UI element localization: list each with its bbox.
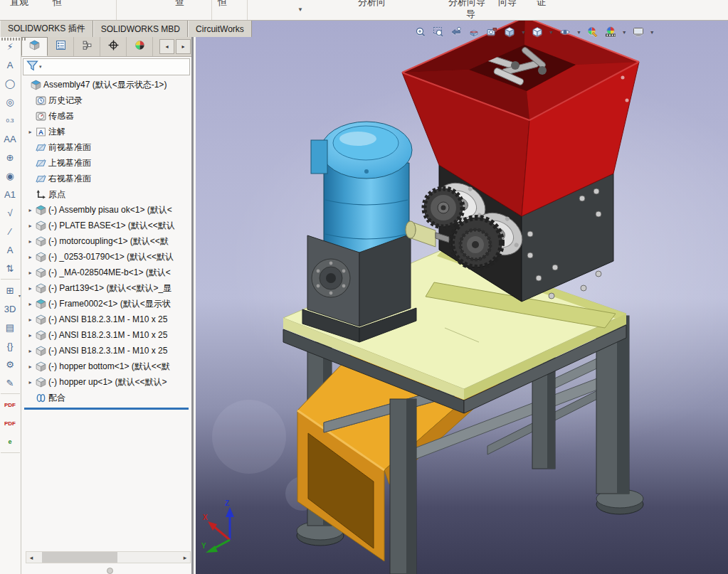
view-orientation-icon[interactable] bbox=[502, 25, 517, 39]
expand-arrow-icon[interactable]: ▸ bbox=[26, 129, 35, 135]
tree-row[interactable]: 配合 bbox=[21, 390, 191, 405]
scrollbar-thumb[interactable] bbox=[42, 552, 117, 563]
section-view-icon[interactable] bbox=[467, 25, 481, 39]
graphics-viewport[interactable]: ▼ ▼ ▼ ▼ ▼ Z X Y bbox=[196, 21, 728, 574]
toolbar-button-label[interactable]: 向导 bbox=[498, 0, 517, 9]
publish-3d-pdf-icon[interactable]: PDF bbox=[0, 395, 20, 414]
flyout-caret[interactable]: ▾ bbox=[19, 293, 21, 298]
filter-funnel-icon[interactable] bbox=[26, 60, 38, 75]
pencil-note-icon[interactable]: ✎ bbox=[0, 373, 20, 392]
hide-show-caret[interactable]: ▼ bbox=[576, 30, 581, 35]
pages-icon[interactable]: ▤ bbox=[0, 318, 20, 336]
tree-row[interactable]: ▸(-) hopper up<1> (默认<<默认> bbox=[21, 374, 191, 390]
tab-scroll-left-button[interactable]: ◂ bbox=[159, 39, 174, 54]
tree-row[interactable]: ▸(-) ANSI B18.2.3.1M - M10 x 25 bbox=[21, 312, 191, 327]
view-settings-caret[interactable]: ▼ bbox=[650, 30, 655, 35]
tree-row[interactable]: ▸(-) _0253-01790<1> (默认<<默认 bbox=[21, 249, 191, 265]
hide-show-annotation-icon[interactable]: ◉ bbox=[0, 166, 20, 185]
view-orientation-caret[interactable]: ▼ bbox=[521, 30, 526, 35]
toolbar-button-label[interactable]: 分析向 bbox=[358, 0, 386, 9]
addin-tab-0[interactable]: SOLIDWORKS 插件 bbox=[0, 21, 93, 37]
tree-row[interactable]: 传感器 bbox=[21, 108, 191, 124]
datum-target-icon[interactable]: ⊕ bbox=[0, 148, 20, 166]
previous-view-icon[interactable] bbox=[449, 25, 463, 39]
toolbar-button-label[interactable]: 导 bbox=[466, 8, 475, 21]
tree-row[interactable]: ▸A注解 bbox=[21, 124, 191, 139]
expand-arrow-icon[interactable]: ▸ bbox=[26, 207, 35, 213]
tree-row[interactable]: 原点 bbox=[21, 186, 191, 202]
tree-row[interactable]: ▸(-) ANSI B18.2.3.1M - M10 x 25 bbox=[21, 343, 191, 358]
tree-row[interactable]: 上视基准面 bbox=[21, 155, 191, 171]
toolbar-drag-handle[interactable] bbox=[1, 38, 26, 41]
tree-filter-box[interactable]: ▾ bbox=[23, 58, 190, 75]
tree-horizontal-scrollbar[interactable]: ◂ ▸ bbox=[26, 551, 191, 563]
tree-row[interactable]: ▸(-) _MA-028504ME-b<1> (默认< bbox=[21, 265, 191, 280]
tree-row[interactable]: 历史记录 bbox=[21, 92, 191, 108]
toolbar-button-label[interactable]: 直观 bbox=[10, 0, 28, 9]
addin-tab-2[interactable]: CircuitWorks bbox=[188, 21, 252, 37]
flip-arrows-icon[interactable]: ⇅ bbox=[0, 259, 20, 277]
tab-propertymanager[interactable] bbox=[48, 37, 74, 56]
balloon-icon[interactable]: ◯ bbox=[0, 74, 20, 92]
apply-scene-caret[interactable]: ▼ bbox=[622, 30, 627, 35]
dynamic-annotation-views-icon[interactable] bbox=[485, 25, 499, 39]
scrollbar-track[interactable] bbox=[36, 552, 180, 563]
toolbar-button-label[interactable]: 恒 bbox=[218, 0, 227, 9]
tree-row[interactable]: ▸(-) Frame0002<1> (默认<显示状 bbox=[21, 296, 191, 312]
capture-3d-view-icon[interactable]: 3D bbox=[0, 299, 20, 318]
toolbar-button-label[interactable]: 证 bbox=[537, 0, 546, 9]
edrawings-icon[interactable]: e bbox=[0, 432, 20, 451]
tree-row[interactable]: ▸(-) Part139<1> (默认<<默认>_显 bbox=[21, 280, 191, 296]
zoom-to-fit-icon[interactable] bbox=[413, 25, 428, 39]
toolbar-button-label[interactable]: 恒 bbox=[53, 0, 62, 9]
rollback-bar[interactable] bbox=[24, 408, 189, 410]
tree-row[interactable]: ▸(-) Assembly pisau ok<1> (默认< bbox=[21, 202, 191, 218]
edit-appearance-icon[interactable] bbox=[586, 25, 600, 39]
tree-row[interactable]: ▸(-) PLATE BASE<1> (默认<<默认 bbox=[21, 218, 191, 233]
expand-arrow-icon[interactable]: ▸ bbox=[26, 270, 35, 276]
toolbar-flyout-caret[interactable]: ▼ bbox=[297, 6, 303, 13]
tab-displaymanager[interactable] bbox=[127, 37, 153, 56]
balloon-gear-icon[interactable]: ⚙ bbox=[0, 355, 20, 373]
zoom-to-area-icon[interactable] bbox=[431, 25, 445, 39]
display-style-icon[interactable] bbox=[530, 25, 544, 39]
filter-caret[interactable]: ▾ bbox=[39, 64, 42, 70]
expand-arrow-icon[interactable]: ▸ bbox=[26, 254, 35, 260]
tree-row[interactable]: 右视基准面 bbox=[21, 171, 191, 186]
compare-icon[interactable]: {} bbox=[0, 336, 20, 355]
display-style-caret[interactable]: ▼ bbox=[549, 30, 554, 35]
tab-dimxpertmanager[interactable] bbox=[100, 37, 127, 56]
tree-row[interactable]: ▸(-) hopper bottom<1> (默认<<默 bbox=[21, 358, 191, 374]
addin-tab-1[interactable]: SOLIDWORKS MBD bbox=[93, 21, 188, 37]
weld-symbol-icon[interactable]: ∕ bbox=[0, 222, 20, 240]
expand-arrow-icon[interactable]: ▸ bbox=[26, 301, 35, 307]
expand-arrow-icon[interactable]: ▸ bbox=[26, 332, 35, 339]
note-icon[interactable]: A bbox=[0, 55, 20, 74]
tree-row[interactable]: ▸(-) ANSI B18.2.3.1M - M10 x 25 bbox=[21, 327, 191, 343]
expand-arrow-icon[interactable]: ▸ bbox=[26, 238, 35, 245]
expand-arrow-icon[interactable]: ▸ bbox=[26, 223, 35, 229]
spell-check-icon[interactable]: AA bbox=[0, 129, 20, 148]
expand-arrow-icon[interactable]: ▸ bbox=[26, 285, 35, 292]
note-large-icon[interactable]: A bbox=[0, 240, 20, 259]
expand-arrow-icon[interactable]: ▸ bbox=[26, 363, 35, 370]
export-3d-pdf-icon[interactable]: PDF bbox=[0, 414, 20, 432]
expand-arrow-icon[interactable]: ▸ bbox=[26, 317, 35, 323]
expand-arrow-icon[interactable]: ▸ bbox=[26, 379, 35, 386]
datum-feature-icon[interactable]: A1 bbox=[0, 185, 20, 203]
general-table-icon[interactable]: ⊞▾ bbox=[0, 281, 20, 299]
toolbar-button-label[interactable]: 分析向导 bbox=[448, 0, 485, 9]
toolbar-button-label[interactable]: 查 bbox=[175, 0, 184, 9]
scroll-left-arrow[interactable]: ◂ bbox=[26, 554, 36, 561]
tolerance-precision-icon[interactable]: 0.3 bbox=[0, 111, 20, 129]
expand-arrow-icon[interactable]: ▸ bbox=[26, 348, 35, 354]
tab-configurationmanager[interactable] bbox=[74, 37, 100, 56]
apply-scene-icon[interactable] bbox=[603, 25, 618, 39]
surface-finish-icon[interactable]: √ bbox=[0, 203, 20, 222]
stacked-balloon-icon[interactable]: ◎ bbox=[0, 92, 20, 111]
panel-splitter-handle[interactable] bbox=[107, 568, 113, 574]
view-settings-icon[interactable] bbox=[631, 25, 645, 39]
tree-root-row[interactable]: Assembly47 (默认<显示状态-1>) bbox=[21, 77, 191, 92]
hide-show-items-icon[interactable] bbox=[558, 25, 572, 39]
tree-row[interactable]: 前视基准面 bbox=[21, 139, 191, 155]
